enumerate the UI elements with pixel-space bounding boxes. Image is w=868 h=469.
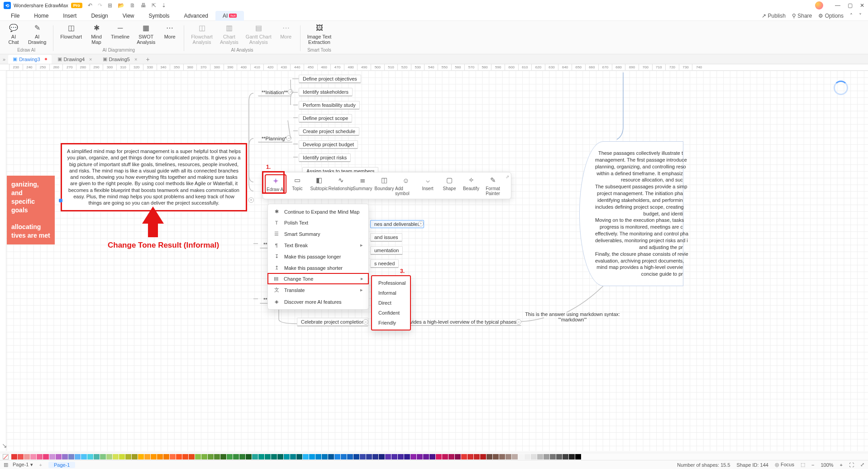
print-icon[interactable]: 🖶 [141, 2, 146, 9]
close-icon[interactable]: ✕ [860, 2, 864, 9]
focus-button[interactable]: ◎ Focus [775, 462, 794, 468]
color-swatch[interactable] [341, 454, 347, 459]
color-swatch[interactable] [151, 454, 157, 459]
color-swatch[interactable] [220, 454, 226, 459]
color-swatch[interactable] [474, 454, 480, 459]
color-swatch[interactable] [404, 454, 410, 459]
share-link[interactable]: ⚲ Share [792, 13, 812, 19]
menu-view[interactable]: View [115, 11, 142, 21]
swot-button[interactable]: ▦SWOT Analysis [134, 23, 158, 45]
color-swatch[interactable] [385, 454, 391, 459]
ai-polish[interactable]: TPolish Text [268, 217, 368, 228]
color-swatch[interactable] [246, 454, 252, 459]
color-swatch[interactable] [544, 454, 549, 459]
color-swatch[interactable] [309, 454, 315, 459]
more-icon[interactable]: ⇣ [162, 2, 166, 9]
collapse-overview-icon[interactable]: − [516, 319, 521, 325]
tone-friendly[interactable]: Friendly [372, 318, 410, 328]
node-risks[interactable]: Identify project risks [299, 153, 351, 162]
node-stakeholders[interactable]: Identify stakeholders [299, 88, 353, 96]
tone-professional[interactable]: Professional [372, 278, 410, 288]
color-swatch[interactable] [265, 454, 271, 459]
page-dropdown[interactable]: Page-1 ▾ [13, 462, 33, 468]
topic-button[interactable]: ▭Topic [286, 174, 308, 192]
tab-close-icon[interactable]: × [134, 57, 137, 62]
color-swatch[interactable] [144, 454, 150, 459]
mindmap-button[interactable]: ✱Mind Map [86, 23, 106, 45]
fit-button[interactable]: ⬚ [801, 462, 805, 468]
color-swatch[interactable] [366, 454, 372, 459]
tone-direct[interactable]: Direct [372, 298, 410, 308]
color-swatch[interactable] [125, 454, 131, 459]
doc-tab-3[interactable]: ▣Drawing5× [98, 55, 142, 64]
color-swatch[interactable] [398, 454, 404, 459]
add-tab-icon[interactable]: + [146, 56, 149, 63]
node-feasibility[interactable]: Perform feasibility study [299, 101, 360, 110]
color-swatch[interactable] [512, 454, 518, 459]
color-swatch[interactable] [379, 454, 385, 459]
color-swatch[interactable] [455, 454, 461, 459]
node-docs[interactable]: umentation [370, 246, 403, 255]
color-swatch[interactable] [410, 454, 416, 459]
color-swatch[interactable] [296, 454, 302, 459]
color-swatch[interactable] [252, 454, 258, 459]
color-swatch[interactable] [182, 454, 188, 459]
color-swatch[interactable] [284, 454, 290, 459]
ai-shorter[interactable]: ↥Make this passage shorter [268, 262, 368, 273]
color-swatch[interactable] [68, 454, 74, 459]
color-swatch[interactable] [163, 454, 169, 459]
avatar[interactable] [815, 1, 823, 10]
shape-button[interactable]: ▢Shape [439, 174, 460, 192]
insert-button[interactable]: ⌵Insert [417, 174, 439, 192]
maximize-icon[interactable]: ▢ [848, 2, 853, 9]
doc-tab-1[interactable]: ▣Drawing3 [8, 55, 51, 64]
color-swatch[interactable] [417, 454, 423, 459]
phase-initiation[interactable]: **Initiation** [258, 89, 291, 96]
color-swatch[interactable] [569, 454, 575, 459]
collapse-initiation-icon[interactable]: − [288, 89, 293, 95]
color-swatch[interactable] [119, 454, 125, 459]
color-swatch[interactable] [24, 454, 30, 459]
color-swatch[interactable] [315, 454, 321, 459]
color-swatch[interactable] [214, 454, 220, 459]
color-swatch[interactable] [303, 454, 309, 459]
color-swatch[interactable] [189, 454, 195, 459]
summary-bubble[interactable]: These passages collectively illustrate t… [579, 141, 683, 286]
boundary-button[interactable]: ◫Boundary [373, 174, 395, 192]
zoom-out-icon[interactable]: − [811, 462, 814, 468]
color-swatch[interactable] [436, 454, 442, 459]
pages-panel-icon[interactable]: ▥ [4, 462, 8, 468]
color-swatch[interactable] [448, 454, 454, 459]
color-swatch[interactable] [43, 454, 49, 459]
color-swatch[interactable] [423, 454, 429, 459]
node-budget[interactable]: Develop project budget [299, 140, 358, 149]
options-link[interactable]: ⚙ Options [818, 13, 844, 19]
color-swatch[interactable] [49, 454, 55, 459]
node-issues[interactable]: and issues [370, 233, 402, 242]
color-swatch[interactable] [575, 454, 581, 459]
pin-icon[interactable]: ⇗ [506, 174, 509, 179]
tone-confident[interactable]: Confident [372, 308, 410, 318]
node-celebrate[interactable]: Celebrate project completion [297, 318, 368, 326]
menu-ai[interactable]: AIhot [215, 11, 244, 21]
color-swatch[interactable] [537, 454, 543, 459]
gantt-analysis-button[interactable]: ▤Gantt Chart Analysis [243, 23, 274, 45]
color-swatch[interactable] [360, 454, 366, 459]
color-swatch[interactable] [94, 454, 100, 459]
fit-page-icon[interactable]: ⛶ [849, 462, 854, 468]
expand-node-icon[interactable]: + [248, 197, 254, 203]
color-swatch[interactable] [170, 454, 176, 459]
color-swatch[interactable] [353, 454, 359, 459]
color-swatch[interactable] [75, 454, 81, 459]
ai-translate[interactable]: 文Translate▸ [268, 284, 368, 296]
ai-longer[interactable]: ↧Make this passage longer [268, 251, 368, 262]
summary-button[interactable]: ≣Summary [352, 174, 373, 192]
canvas[interactable]: ganizing, andspecific goals allocatingti… [0, 71, 868, 451]
color-swatch[interactable] [227, 454, 233, 459]
color-swatch[interactable] [56, 454, 62, 459]
color-swatch[interactable] [87, 454, 93, 459]
node-schedule[interactable]: Create project schedule [299, 127, 359, 136]
color-swatch[interactable] [37, 454, 43, 459]
add-page-icon[interactable]: + [39, 462, 42, 468]
undo-icon[interactable]: ↶ [88, 2, 92, 9]
